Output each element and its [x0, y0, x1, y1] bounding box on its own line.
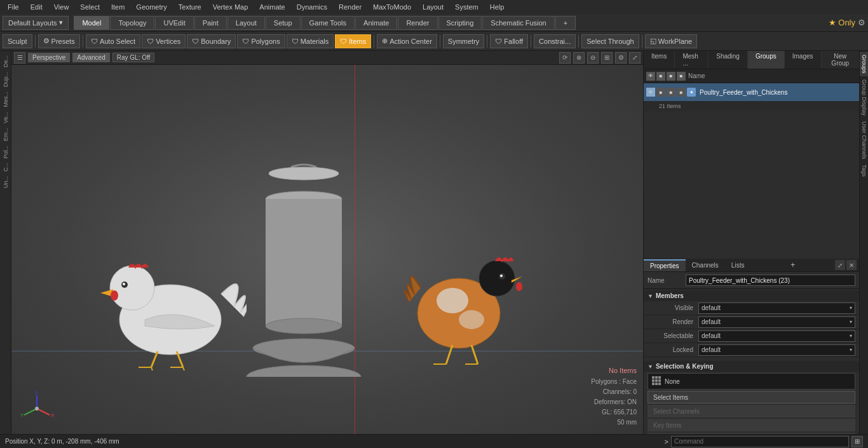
select-through-button[interactable]: Select Through — [581, 34, 639, 48]
menu-system[interactable]: System — [450, 2, 484, 12]
viewport-menu-button[interactable]: ☰ — [14, 52, 25, 64]
tab-model[interactable]: Model — [74, 16, 109, 30]
auto-select-button[interactable]: 🛡 Auto Select — [86, 34, 140, 48]
tab-render[interactable]: Render — [398, 16, 437, 30]
menu-vertex-map[interactable]: Vertex Map — [208, 2, 254, 12]
props-tab-channels[interactable]: Channels — [686, 260, 725, 271]
viewport-gl-button[interactable]: Ray GL: Off — [112, 53, 155, 62]
groups-scroll-area[interactable]: 👁 ■ ■ ■ ✦ Poultry_Feeder_with_Chickens 2… — [644, 83, 859, 259]
tab-game-tools[interactable]: Game Tools — [301, 16, 355, 30]
action-center-button[interactable]: ⊕ Action Center — [377, 34, 437, 48]
boundary-button[interactable]: 🛡 Boundary — [187, 34, 236, 48]
right-sidebar-tags[interactable]: Tags — [860, 162, 869, 179]
menu-geometry[interactable]: Geometry — [131, 2, 172, 12]
viewport-settings-icon[interactable]: ⚙ — [615, 52, 627, 64]
left-sidebar-item-2[interactable]: Mes... — [1, 90, 10, 109]
menu-layout[interactable]: Layout — [417, 2, 449, 12]
left-sidebar-item-0[interactable]: De... — [1, 53, 10, 69]
locked-dropdown[interactable]: default ▾ — [698, 344, 855, 356]
tab-setup[interactable]: Setup — [266, 16, 301, 30]
name-field-input[interactable] — [686, 275, 855, 286]
tab-add[interactable]: + — [555, 16, 576, 30]
right-sidebar-group-display[interactable]: Group Display — [860, 77, 869, 118]
left-sidebar-item-1[interactable]: Dup... — [1, 70, 10, 89]
work-plane-button[interactable]: ◱ WorkPlane — [645, 34, 698, 48]
members-section-header[interactable]: ▼ Members — [644, 290, 859, 301]
viewport-mode-button[interactable]: Perspective — [28, 53, 70, 62]
props-tab-add-button[interactable]: + — [785, 259, 800, 271]
sel-keying-header[interactable]: ▼ Selection & Keying — [644, 361, 859, 372]
presets-button[interactable]: ⚙ Presets — [38, 34, 80, 48]
tab-schematic-fusion[interactable]: Schematic Fusion — [482, 16, 554, 30]
viewport[interactable]: X Y Z No Items Polygons : Face Channels:… — [11, 65, 643, 434]
menu-select[interactable]: Select — [75, 2, 105, 12]
menu-dynamics[interactable]: Dynamics — [292, 2, 332, 12]
selectable-dropdown[interactable]: default ▾ — [698, 330, 855, 342]
command-run-button[interactable]: ⊞ — [851, 436, 863, 447]
viewport-canvas[interactable]: X Y Z No Items Polygons : Face Channels:… — [11, 65, 643, 434]
props-close-icon[interactable]: ✕ — [846, 260, 857, 270]
groups-eye-button[interactable]: 👁 — [646, 72, 655, 81]
symmetry-button[interactable]: Symmetry — [443, 34, 485, 48]
materials-button[interactable]: 🛡 Materials — [287, 34, 334, 48]
constraints-button[interactable]: Constrai... — [534, 34, 576, 48]
visible-dropdown[interactable]: default ▾ — [698, 302, 855, 314]
tab-paint[interactable]: Paint — [194, 16, 227, 30]
group-ctrl3-button[interactable]: ■ — [677, 88, 686, 97]
right-sidebar-user-channels[interactable]: User Channels — [860, 119, 869, 162]
left-sidebar-item-7[interactable]: Un... — [1, 174, 10, 190]
viewport-frame-icon[interactable]: ⊞ — [601, 52, 613, 64]
tab-uvedit[interactable]: UVEdit — [155, 16, 193, 30]
tab-animate[interactable]: Animate — [355, 16, 397, 30]
viewport-zoom-out-icon[interactable]: ⊖ — [587, 52, 599, 64]
layout-dropdown[interactable]: Default Layouts ▾ — [3, 16, 69, 30]
left-sidebar-item-4[interactable]: Em... — [1, 126, 10, 143]
command-input-field[interactable] — [671, 436, 849, 447]
new-group-button[interactable]: New Group — [822, 51, 859, 69]
panel-tab-mesh[interactable]: Mesh ... — [675, 51, 709, 69]
key-items-button[interactable]: Key Items — [648, 419, 855, 431]
menu-animate[interactable]: Animate — [254, 2, 290, 12]
groups-ctrl3-button[interactable]: ■ — [677, 72, 686, 81]
star-only-button[interactable]: ★ Only — [829, 18, 855, 27]
select-channels-button[interactable]: Select Channels — [648, 405, 855, 417]
key-channels-button[interactable]: Key Channels — [648, 433, 855, 434]
menu-file[interactable]: File — [3, 2, 24, 12]
groups-ctrl1-button[interactable]: ■ — [656, 72, 665, 81]
viewport-expand-icon[interactable]: ⤢ — [629, 52, 641, 64]
menu-view[interactable]: View — [49, 2, 74, 12]
props-tab-properties[interactable]: Properties — [644, 259, 686, 271]
gear-button[interactable]: ⚙ — [858, 18, 865, 27]
group-eye-button[interactable]: 👁 — [646, 88, 655, 97]
tab-scripting[interactable]: Scripting — [438, 16, 482, 30]
panel-tab-shading[interactable]: Shading — [709, 51, 748, 69]
sculpt-button[interactable]: Sculpt — [3, 34, 32, 48]
group-ctrl2-button[interactable]: ■ — [667, 88, 675, 97]
left-sidebar-item-3[interactable]: Ve... — [1, 110, 10, 125]
left-sidebar-item-6[interactable]: C... — [1, 161, 10, 173]
panel-tab-items[interactable]: Items — [644, 51, 675, 69]
items-button[interactable]: 🛡 Items — [335, 34, 371, 48]
menu-render[interactable]: Render — [334, 2, 367, 12]
polygons-button[interactable]: 🛡 Polygons — [237, 34, 285, 48]
props-popout-icon[interactable]: ⤢ — [835, 260, 845, 270]
right-sidebar-groups[interactable]: Groups — [860, 52, 869, 76]
menu-maxtomodo[interactable]: MaxToModo — [368, 2, 416, 12]
viewport-render-button[interactable]: Advanced — [72, 53, 109, 62]
render-dropdown[interactable]: default ▾ — [698, 316, 855, 328]
panel-tab-groups[interactable]: Groups — [748, 51, 785, 69]
menu-edit[interactable]: Edit — [25, 2, 48, 12]
tab-topology[interactable]: Topology — [110, 16, 154, 30]
left-sidebar-item-5[interactable]: Pol... — [1, 144, 10, 161]
groups-ctrl2-button[interactable]: ■ — [667, 72, 675, 81]
menu-texture[interactable]: Texture — [173, 2, 207, 12]
group-ctrl1-button[interactable]: ■ — [656, 88, 665, 97]
falloff-button[interactable]: 🛡 Falloff — [490, 34, 528, 48]
select-items-button[interactable]: Select Items — [648, 391, 855, 404]
panel-tab-images[interactable]: Images — [785, 51, 822, 69]
menu-item[interactable]: Item — [106, 2, 130, 12]
vertices-button[interactable]: 🛡 Vertices — [142, 34, 186, 48]
viewport-zoom-in-icon[interactable]: ⊕ — [573, 52, 585, 64]
menu-help[interactable]: Help — [485, 2, 510, 12]
group-entry-row[interactable]: 👁 ■ ■ ■ ✦ Poultry_Feeder_with_Chickens — [644, 83, 859, 101]
